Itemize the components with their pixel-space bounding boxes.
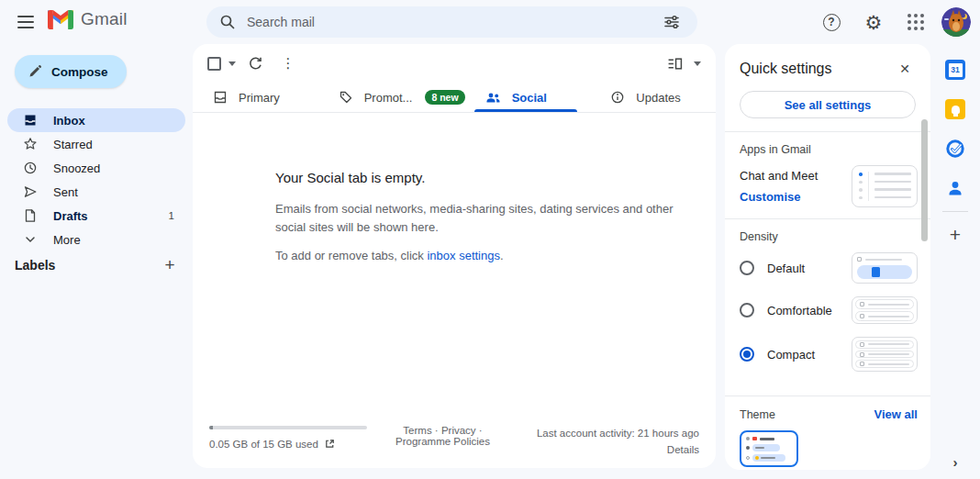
programme-policies-link[interactable]: Programme Policies [395, 436, 490, 447]
search-options-icon[interactable] [655, 6, 688, 39]
activity-details-link[interactable]: Details [667, 444, 699, 455]
gmail-logo-icon [48, 10, 73, 29]
settings-gear-icon[interactable]: ⚙ [857, 6, 890, 39]
sidebar-item-starred[interactable]: Starred [7, 132, 185, 156]
see-all-settings-button[interactable]: See all settings [740, 91, 916, 118]
empty-state-title: Your Social tab is empty. [275, 170, 684, 185]
primary-tab-icon [213, 90, 228, 105]
last-activity-text: Last account activity: 21 hours ago [502, 425, 699, 441]
tab-updates[interactable]: Updates [590, 83, 716, 112]
pencil-icon [28, 64, 42, 79]
empty-state-action: To add or remove tabs, click inbox setti… [275, 249, 684, 262]
quick-settings-panel: Quick settings ✕ See all settings Apps i… [725, 44, 930, 470]
google-apps-icon[interactable] [899, 6, 932, 39]
panel-scrollbar[interactable] [921, 119, 928, 241]
send-icon [22, 184, 39, 199]
sidebar-item-inbox[interactable]: Inbox [7, 108, 185, 132]
tab-primary[interactable]: Primary [193, 83, 318, 112]
search-input[interactable] [247, 15, 655, 29]
quick-settings-title: Quick settings [740, 61, 831, 77]
tab-promotions[interactable]: Promot... 8 new [318, 83, 465, 112]
density-option-compact[interactable]: Compact [740, 337, 918, 372]
search-bar[interactable] [206, 6, 697, 38]
calendar-icon[interactable]: 31 [944, 59, 966, 81]
labels-header: Labels + [15, 253, 182, 277]
list-toolbar: ⋮ [193, 44, 716, 83]
chevron-down-icon [22, 234, 39, 245]
sidebar: Compose Inbox Starred Snoozed Sent [0, 44, 193, 479]
help-icon[interactable]: ? [815, 6, 848, 39]
privacy-link[interactable]: Privacy [441, 425, 476, 436]
reading-pane-dropdown-icon[interactable] [694, 61, 701, 66]
empty-state: Your Social tab is empty. Emails from so… [275, 170, 684, 262]
topbar-actions: ? ⚙ [815, 4, 971, 40]
inbox-tabs: Primary Promot... 8 new Social Updates [193, 83, 716, 113]
apps-section-label: Apps in Gmail [740, 143, 918, 156]
sidebar-item-snoozed[interactable]: Snoozed [7, 156, 185, 180]
select-dropdown-icon[interactable] [228, 61, 236, 66]
list-footer: 0.05 GB of 15 GB used Terms · Privacy · … [193, 420, 716, 461]
contacts-icon[interactable] [944, 177, 966, 199]
select-all-checkbox[interactable] [207, 57, 221, 71]
keep-icon[interactable] [944, 98, 966, 120]
radio-compact[interactable] [740, 347, 754, 362]
terms-link[interactable]: Terms [403, 425, 431, 436]
compose-button[interactable]: Compose [15, 55, 127, 88]
hide-side-panel-icon[interactable]: › [930, 454, 980, 470]
storage-usage-text: 0.05 GB of 15 GB used [209, 439, 318, 450]
reading-pane-icon[interactable] [661, 50, 688, 77]
apps-in-gmail-section: Apps in Gmail Chat and Meet Customise [725, 132, 930, 218]
sidebar-item-drafts[interactable]: Drafts 1 [7, 204, 185, 228]
main-menu-icon[interactable] [15, 11, 37, 33]
tab-active-indicator [474, 109, 578, 112]
people-icon [485, 90, 501, 105]
storage-progress-bar [209, 426, 367, 429]
promotions-new-badge: 8 new [425, 90, 464, 105]
storage-info: 0.05 GB of 15 GB used [209, 420, 384, 461]
top-bar: Gmail ? ⚙ [0, 0, 980, 44]
mail-list-panel: ⋮ Primary Promot... 8 new Social [193, 44, 716, 468]
external-link-icon[interactable] [324, 438, 336, 450]
close-icon[interactable]: ✕ [894, 58, 916, 80]
customise-link[interactable]: Customise [740, 190, 800, 204]
product-name: Gmail [81, 9, 128, 29]
tab-social[interactable]: Social [465, 83, 591, 112]
theme-view-all-link[interactable]: View all [874, 407, 918, 421]
quick-settings-header: Quick settings ✕ [725, 44, 930, 84]
density-default-thumbnail [852, 252, 918, 284]
theme-section-label: Theme [740, 408, 775, 421]
sidebar-item-more[interactable]: More [7, 228, 185, 251]
density-option-comfortable[interactable]: Comfortable [740, 296, 918, 324]
more-options-icon[interactable]: ⋮ [274, 50, 302, 77]
density-comfortable-thumbnail [852, 296, 918, 324]
gmail-brand: Gmail [48, 9, 128, 29]
radio-default[interactable] [740, 261, 754, 275]
info-icon [610, 90, 625, 105]
radio-comfortable[interactable] [740, 303, 754, 317]
theme-section: Theme View all [725, 396, 930, 470]
footer-links: Terms · Privacy · Programme Policies [384, 420, 502, 461]
density-section: Density Default Comfortable Compact [725, 219, 930, 395]
labels-title: Labels [15, 258, 55, 273]
get-add-ons-icon[interactable]: + [950, 224, 961, 246]
inbox-settings-link[interactable]: inbox settings [427, 249, 500, 262]
density-option-default[interactable]: Default [740, 252, 918, 284]
sidebar-item-sent[interactable]: Sent [7, 180, 185, 204]
clock-icon [22, 161, 39, 175]
search-icon[interactable] [219, 14, 236, 30]
chat-meet-thumbnail [852, 165, 918, 207]
theme-thumbnail[interactable] [740, 430, 798, 467]
add-label-icon[interactable]: + [158, 253, 182, 277]
tag-icon [339, 90, 353, 105]
density-section-label: Density [740, 230, 918, 243]
refresh-icon[interactable] [241, 50, 269, 77]
side-panel-strip: 31 + › [930, 44, 980, 479]
account-avatar[interactable] [941, 7, 971, 37]
tasks-icon[interactable] [944, 138, 966, 160]
sidebar-nav: Inbox Starred Snoozed Sent Drafts 1 [0, 108, 185, 251]
account-activity: Last account activity: 21 hours ago Deta… [502, 420, 699, 461]
density-compact-thumbnail [852, 337, 918, 372]
strip-divider [942, 211, 968, 212]
compose-label: Compose [51, 65, 108, 79]
draft-icon [22, 208, 39, 223]
